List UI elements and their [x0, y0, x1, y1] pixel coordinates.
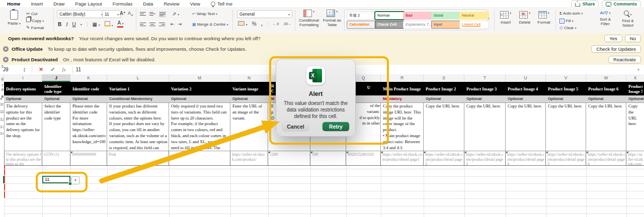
delete-cells-button[interactable]: ✕▾ Delete	[516, 11, 533, 25]
column-header-U[interactable]: U	[506, 74, 546, 82]
column-header-R[interactable]: R	[381, 74, 424, 82]
style-tile-neutral[interactable]: Neutral	[459, 12, 489, 20]
column-header-W[interactable]: W	[586, 74, 626, 82]
style-tile-good[interactable]: Good	[431, 12, 461, 20]
column-header-X[interactable]: X	[626, 74, 644, 82]
copy-button[interactable]: Copy ▾	[26, 17, 44, 25]
menu-home[interactable]: Home	[7, 1, 20, 7]
yes-button[interactable]: Yes	[604, 35, 622, 42]
header-cell-W[interactable]: Product Image 6	[588, 82, 624, 95]
row-header-9[interactable]: 9	[0, 94, 4, 99]
fill-button[interactable]: ↓ Fill ▾	[559, 18, 583, 25]
column-header-M[interactable]: M	[169, 74, 230, 82]
align-top-icon[interactable]	[140, 11, 146, 18]
data-cell-M[interactable]	[169, 151, 230, 166]
requirement-cell-M[interactable]: Optional	[171, 95, 229, 102]
requirement-cell-U[interactable]: Optional	[508, 95, 545, 102]
requirement-cell-K[interactable]: Optional	[72, 95, 106, 102]
column-header-S[interactable]: S	[424, 74, 464, 82]
requirement-cell-N[interactable]: Optional	[232, 95, 267, 102]
requirement-cell-S[interactable]: Optional	[426, 95, 463, 102]
style-tile-explanatory-t-[interactable]: Explanatory T...	[403, 21, 433, 29]
column-header-I[interactable]: I	[4, 74, 42, 82]
header-cell-S[interactable]: Product Image 2	[426, 82, 462, 95]
requirement-cell-L[interactable]: Conditional Mandentory	[109, 95, 168, 102]
requirement-cell-W[interactable]: Optional	[588, 95, 625, 102]
align-middle-icon[interactable]	[149, 11, 155, 18]
cancel-entry-icon[interactable]: ✕	[39, 66, 43, 73]
menu-draw[interactable]: Draw	[53, 1, 64, 7]
column-header-V[interactable]: V	[546, 74, 586, 82]
decrease-indent-icon[interactable]: ⇤	[171, 22, 175, 27]
style-tile-bad[interactable]: Bad	[403, 12, 433, 20]
style-tile-normal[interactable]: Normal	[375, 12, 405, 20]
bold-button[interactable]: B	[58, 22, 61, 27]
header-cell-K[interactable]: Identifier code	[72, 82, 105, 95]
column-header-L[interactable]: L	[107, 74, 169, 82]
insert-function-icon[interactable]: fx	[62, 67, 65, 72]
row-header-12[interactable]: 12	[0, 117, 4, 122]
fill-handle[interactable]	[68, 182, 72, 185]
no-button[interactable]: No	[625, 35, 641, 42]
format-painter-button[interactable]: ✎ Format	[26, 25, 44, 31]
number-format-select[interactable]: General▾	[237, 10, 292, 18]
font-name-select[interactable]: Calibri (Body)▾	[57, 10, 105, 18]
retry-button[interactable]: Retry	[323, 122, 349, 131]
style-tile-input[interactable]: Input	[431, 21, 461, 29]
row-header-11[interactable]: 11	[0, 110, 4, 114]
cancel-button[interactable]: Cancel	[282, 122, 309, 131]
decrease-decimal-icon[interactable]: .00→	[283, 22, 291, 26]
confirm-entry-icon[interactable]: ✓	[50, 66, 55, 73]
header-cell-J[interactable]: Identifier code type	[44, 82, 68, 95]
requirement-cell-I[interactable]: Optional	[6, 95, 41, 102]
accounting-format-icon[interactable]: ▾	[238, 21, 248, 27]
fill-color-icon[interactable]: ▾	[105, 21, 113, 28]
column-header-J[interactable]: J	[42, 74, 70, 82]
percent-style-icon[interactable]: %	[252, 21, 257, 27]
comments-button[interactable]: Comments	[602, 1, 641, 8]
comma-style-icon[interactable]: ,	[261, 21, 263, 27]
borders-icon[interactable]: ▦ ▾	[92, 22, 100, 27]
header-cell-L[interactable]: Variation 1	[109, 82, 167, 95]
cut-button[interactable]: ✂ Cut	[26, 11, 44, 17]
row-header-14[interactable]: 14	[0, 131, 4, 136]
requirement-cell-X[interactable]: Optional	[628, 95, 643, 102]
increase-font-icon[interactable]: A▲	[120, 11, 126, 16]
style-tile-check-cell[interactable]: Check Cell	[375, 21, 405, 29]
requirement-cell-R[interactable]: Mandatory	[383, 95, 423, 102]
menu-view[interactable]: View	[190, 1, 200, 7]
increase-indent-icon[interactable]: ⇥	[178, 22, 182, 27]
style-tile--2[interactable]: 常規 2	[347, 12, 376, 20]
font-color-icon[interactable]: A ▾	[117, 21, 123, 28]
underline-button[interactable]: U	[72, 22, 76, 27]
style-tile-calculation[interactable]: Calculation	[347, 21, 376, 29]
row-header-6[interactable]: 6	[0, 77, 4, 81]
expand-formula-bar-icon[interactable]: ▼	[637, 68, 640, 71]
gallery-more-icon[interactable]: ›	[488, 16, 490, 21]
header-cell-M[interactable]: Variation 2	[171, 82, 228, 95]
check-for-updates-button[interactable]: Check for Updates	[591, 45, 641, 53]
sort-filter-button[interactable]: AZ▽ ▾ Sort & Filter	[596, 11, 615, 26]
header-cell-R[interactable]: Main Product Image	[383, 82, 422, 95]
column-header-N[interactable]: N	[230, 74, 268, 82]
autosum-button[interactable]: Σ Auto-sum ▾	[559, 10, 583, 18]
row-header-13[interactable]: 13	[0, 125, 4, 129]
format-cells-button[interactable]: ▾ Format	[535, 11, 553, 25]
italic-button[interactable]: I	[66, 22, 67, 27]
header-cell-N[interactable]: Variant image	[232, 82, 266, 95]
wrap-text-button[interactable]: ↩ Wrap Text ▾	[192, 12, 217, 16]
reactivate-button[interactable]: Reactivate	[608, 56, 641, 63]
menu-review[interactable]: Review	[164, 1, 179, 7]
requirement-cell-V[interactable]: Optional	[548, 95, 585, 102]
header-cell-X[interactable]: Product Image 7	[628, 82, 642, 95]
requirement-cell-J[interactable]: Optional	[44, 95, 69, 102]
header-cell-U[interactable]: Product Image 4	[508, 82, 544, 95]
font-size-select[interactable]: 11▾	[102, 10, 121, 18]
close-icon[interactable]: ✕	[3, 46, 9, 52]
column-header-K[interactable]: K	[70, 74, 107, 82]
increase-decimal-icon[interactable]: ←.0	[273, 22, 279, 26]
menu-data[interactable]: Data	[143, 1, 153, 7]
style-tile-linked-cell[interactable]: Linked Cell	[459, 21, 489, 29]
paste-button[interactable]: Paste ▾	[5, 10, 23, 26]
align-bottom-icon[interactable]	[159, 11, 166, 18]
